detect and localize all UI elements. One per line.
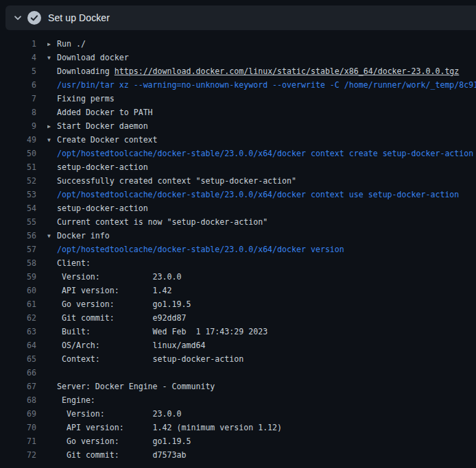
- log-line-content: setup-docker-action: [47, 160, 476, 174]
- log-line-content: API version: 1.42: [47, 284, 476, 297]
- line-number[interactable]: 58: [0, 256, 36, 270]
- check-circle-icon: [27, 11, 41, 25]
- line-number[interactable]: 54: [0, 201, 36, 215]
- group-label: Create Docker context: [57, 135, 158, 145]
- log-line-content: Added Docker to PATH: [47, 106, 476, 119]
- log-text: Downloading: [57, 66, 115, 76]
- log-line-content: Downloading https://download.docker.com/…: [47, 64, 476, 78]
- triangle-right-icon: ▶: [47, 38, 57, 51]
- line-number[interactable]: 60: [0, 284, 36, 297]
- log-group-expanded[interactable]: ▼Create Docker context: [47, 133, 476, 147]
- log-line: 49 ▼Create Docker context: [0, 133, 476, 147]
- log-line: 68 Engine:: [0, 393, 476, 407]
- log-line-content: API version: 1.42 (minimum version 1.12): [47, 421, 476, 434]
- step-header[interactable]: Set up Docker: [5, 5, 476, 30]
- line-number[interactable]: 68: [0, 393, 36, 407]
- log-line-content: Fixing perms: [47, 92, 476, 106]
- chevron-down-icon[interactable]: [12, 12, 23, 23]
- log-group-collapsed[interactable]: ▶Run ./: [47, 37, 476, 51]
- line-number[interactable]: 59: [0, 270, 36, 284]
- log-line-content: Version: 23.0.0: [47, 270, 476, 284]
- line-number[interactable]: 55: [0, 215, 36, 229]
- log-line-content: setup-docker-action: [47, 201, 476, 215]
- log-line: 63 Built: Wed Feb 1 17:43:29 2023: [0, 325, 476, 338]
- line-number[interactable]: 4: [0, 51, 36, 64]
- line-number[interactable]: 72: [0, 448, 36, 462]
- line-number[interactable]: 69: [0, 407, 36, 421]
- log-line-content: Git commit: d7573ab: [47, 448, 476, 462]
- line-number[interactable]: 53: [0, 188, 36, 201]
- command-text: /opt/hostedtoolcache/docker-stable/23.0.…: [47, 188, 476, 201]
- log-line: 57 /opt/hostedtoolcache/docker-stable/23…: [0, 243, 476, 256]
- log-line: 52 Successfully created context "setup-d…: [0, 174, 476, 188]
- log-line-content: Server: Docker Engine - Community: [47, 380, 476, 393]
- line-number[interactable]: 51: [0, 160, 36, 174]
- log-line: 7 Fixing perms: [0, 92, 476, 106]
- line-number[interactable]: 6: [0, 78, 36, 92]
- line-number[interactable]: 50: [0, 147, 36, 160]
- log-line: 67 Server: Docker Engine - Community: [0, 380, 476, 393]
- line-number[interactable]: 61: [0, 297, 36, 311]
- line-number[interactable]: 70: [0, 421, 36, 434]
- log-line-content: Go version: go1.19.5: [47, 434, 476, 448]
- log-line: 65 Context: setup-docker-action: [0, 352, 476, 366]
- command-text: /opt/hostedtoolcache/docker-stable/23.0.…: [47, 147, 476, 160]
- log-line: 5 Downloading https://download.docker.co…: [0, 64, 476, 78]
- log-line: 71 Go version: go1.19.5: [0, 434, 476, 448]
- triangle-down-icon: ▼: [47, 134, 57, 147]
- triangle-down-icon: ▼: [47, 51, 57, 64]
- log-line-content: Current context is now "setup-docker-act…: [47, 215, 476, 229]
- line-number[interactable]: 9: [0, 119, 36, 133]
- log-line: 62 Git commit: e92dd87: [0, 311, 476, 325]
- log-line: 1 ▶Run ./: [0, 37, 476, 51]
- line-number[interactable]: 66: [0, 366, 36, 380]
- line-number[interactable]: 71: [0, 434, 36, 448]
- log-line: 8 Added Docker to PATH: [0, 106, 476, 119]
- group-label: Docker info: [57, 231, 110, 241]
- line-number[interactable]: 1: [0, 37, 36, 51]
- triangle-down-icon: ▼: [47, 230, 57, 243]
- log-line-content: OS/Arch: linux/amd64: [47, 338, 476, 352]
- triangle-right-icon: ▶: [47, 120, 57, 133]
- line-number[interactable]: 8: [0, 106, 36, 119]
- group-label: Download docker: [57, 53, 129, 62]
- log-line-content: Client:: [47, 256, 476, 270]
- command-text: /usr/bin/tar xz --warning=no-unknown-key…: [47, 78, 476, 92]
- log-line: 55 Current context is now "setup-docker-…: [0, 215, 476, 229]
- line-number[interactable]: 7: [0, 92, 36, 106]
- log-line: 51 setup-docker-action: [0, 160, 476, 174]
- line-number[interactable]: 64: [0, 338, 36, 352]
- line-number[interactable]: 63: [0, 325, 36, 338]
- log-line: 64 OS/Arch: linux/amd64: [0, 338, 476, 352]
- log-line-content: Engine:: [47, 393, 476, 407]
- log-line: 6 /usr/bin/tar xz --warning=no-unknown-k…: [0, 78, 476, 92]
- line-number[interactable]: 62: [0, 311, 36, 325]
- log-line-content: Go version: go1.19.5: [47, 297, 476, 311]
- log-line-content: Git commit: e92dd87: [47, 311, 476, 325]
- log-line: 72 Git commit: d7573ab: [0, 448, 476, 462]
- log-line-content: Context: setup-docker-action: [47, 352, 476, 366]
- download-url-link[interactable]: https://download.docker.com/linux/static…: [115, 66, 460, 76]
- log-line-content: [47, 366, 476, 380]
- line-number[interactable]: 49: [0, 133, 36, 147]
- log-line: 4 ▼Download docker: [0, 51, 476, 64]
- log-group-expanded[interactable]: ▼Docker info: [47, 229, 476, 243]
- group-label: Run ./: [57, 39, 86, 49]
- log-line: 70 API version: 1.42 (minimum version 1.…: [0, 421, 476, 434]
- log-line: 61 Go version: go1.19.5: [0, 297, 476, 311]
- command-text: /opt/hostedtoolcache/docker-stable/23.0.…: [47, 243, 476, 256]
- line-number[interactable]: 52: [0, 174, 36, 188]
- line-number[interactable]: 65: [0, 352, 36, 366]
- log-line: 60 API version: 1.42: [0, 284, 476, 297]
- log-output: 1 ▶Run ./ 4 ▼Download docker 5 Downloadi…: [0, 37, 476, 462]
- line-number[interactable]: 56: [0, 229, 36, 243]
- line-number[interactable]: 67: [0, 380, 36, 393]
- log-line: 54 setup-docker-action: [0, 201, 476, 215]
- log-group-collapsed[interactable]: ▶Start Docker daemon: [47, 119, 476, 133]
- log-group-expanded[interactable]: ▼Download docker: [47, 51, 476, 64]
- line-number[interactable]: 57: [0, 243, 36, 256]
- log-line: 56 ▼Docker info: [0, 229, 476, 243]
- line-number[interactable]: 5: [0, 64, 36, 78]
- log-line: 66: [0, 366, 476, 380]
- step-title: Set up Docker: [48, 12, 110, 23]
